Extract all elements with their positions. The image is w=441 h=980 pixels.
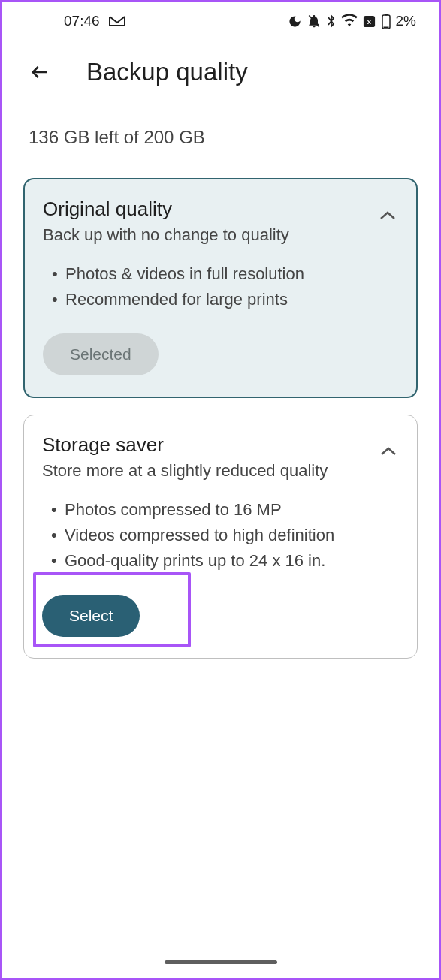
battery-icon: [381, 13, 391, 29]
chevron-up-icon[interactable]: [378, 441, 399, 462]
bullet-item: Videos compressed to high definition: [51, 523, 399, 548]
original-quality-bullets: Photos & videos in full resolution Recom…: [43, 261, 398, 312]
gmail-icon: [109, 15, 125, 27]
back-button[interactable]: [28, 60, 52, 84]
original-quality-title: Original quality: [43, 198, 289, 221]
svg-rect-5: [383, 27, 388, 29]
page-title: Backup quality: [86, 58, 248, 86]
do-not-disturb-icon: [288, 14, 302, 29]
storage-saver-subtitle: Store more at a slightly reduced quality: [42, 461, 328, 481]
wifi-icon: [341, 14, 358, 28]
status-bar: 07:46 x 2%: [2, 2, 439, 40]
storage-saver-card[interactable]: Storage saver Store more at a slightly r…: [23, 415, 418, 659]
storage-saver-title: Storage saver: [42, 433, 328, 457]
chevron-up-icon[interactable]: [377, 205, 398, 226]
notifications-off-icon: [307, 14, 322, 29]
original-quality-card[interactable]: Original quality Back up with no change …: [23, 178, 418, 398]
storage-remaining: 136 GB left of 200 GB: [2, 104, 439, 178]
app-header: Backup quality: [2, 40, 439, 104]
home-indicator[interactable]: [165, 960, 277, 964]
original-quality-subtitle: Back up with no change to quality: [43, 225, 289, 245]
svg-rect-3: [382, 15, 390, 29]
selected-button: Selected: [43, 333, 159, 375]
bluetooth-icon: [326, 14, 337, 29]
status-time: 07:46: [64, 13, 100, 29]
svg-rect-4: [385, 14, 388, 16]
bullet-item: Photos & videos in full resolution: [52, 261, 398, 287]
select-button[interactable]: Select: [42, 595, 140, 637]
data-icon: x: [362, 14, 376, 29]
battery-percent: 2%: [396, 13, 416, 29]
bullet-item: Photos compressed to 16 MP: [51, 497, 399, 523]
bullet-item: Good-quality prints up to 24 x 16 in.: [51, 548, 399, 574]
storage-saver-bullets: Photos compressed to 16 MP Videos compre…: [42, 497, 399, 574]
svg-text:x: x: [367, 17, 371, 26]
bullet-item: Recommended for large prints: [52, 287, 398, 312]
